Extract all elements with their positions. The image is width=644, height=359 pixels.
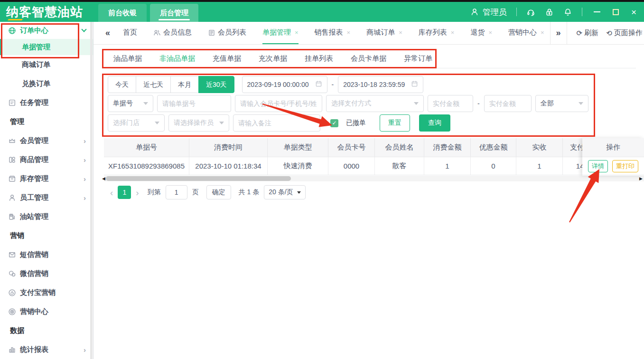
minimize-button[interactable]	[594, 11, 600, 12]
table-hscrollbar[interactable]: ◀ ▶	[104, 176, 644, 181]
col-actions: 操作	[582, 138, 644, 157]
goto-page-input[interactable]	[166, 185, 187, 199]
close-icon[interactable]: ×	[451, 29, 455, 36]
subtab-abnormal-orders[interactable]: 异常订单	[403, 49, 433, 68]
expand-tabs-icon[interactable]: »	[556, 28, 561, 38]
page-ops-button[interactable]: ⟲ 页面操作	[606, 28, 643, 38]
sidebar-item-doc-manage[interactable]: 单据管理	[0, 39, 93, 55]
status-select[interactable]: 全部	[535, 95, 588, 112]
goto-confirm-button[interactable]: 确定	[206, 185, 231, 199]
prev-page-icon[interactable]: ‹	[110, 188, 113, 197]
page-ops-icon: ⟲	[606, 29, 612, 38]
tab-member-info[interactable]: 会员信息	[153, 22, 192, 44]
operator-placeholder: 请选择操作员	[174, 119, 214, 127]
sidebar-item-order-center[interactable]: 订单中心	[0, 22, 93, 39]
goto-prefix: 到第	[148, 188, 161, 197]
sidebar-item-member-manage[interactable]: 会员管理 ›	[0, 131, 93, 150]
remark-input[interactable]	[233, 114, 320, 132]
doc-no-input[interactable]	[157, 95, 231, 112]
subtab-non-oil-docs[interactable]: 非油品单据	[159, 49, 196, 68]
tab-label: 库存列表	[419, 28, 447, 37]
search-button[interactable]: 查询	[419, 114, 450, 132]
sidebar-item-exchange-orders[interactable]: 兑换订单	[0, 74, 93, 93]
range-today-button[interactable]: 今天	[108, 76, 136, 93]
scroll-right-icon[interactable]: ▶	[639, 176, 643, 181]
close-icon[interactable]: ×	[399, 29, 402, 36]
support-headset-icon[interactable]	[526, 8, 535, 17]
subtab-member-card-docs[interactable]: 会员卡单据	[350, 49, 387, 68]
status-value: 全部	[541, 99, 554, 108]
range-7days-button[interactable]: 近七天	[136, 76, 171, 93]
sidebar-item-label: 统计报表	[20, 345, 48, 354]
sidebar-item-staff-manage[interactable]: 员工管理 ›	[0, 188, 93, 207]
app-logo: 纳客智慧油站	[6, 4, 83, 20]
cell-received: 1	[516, 157, 563, 175]
list-icon	[208, 29, 215, 37]
detail-button[interactable]: 详情	[588, 160, 608, 172]
sidebar-item-station-manage[interactable]: 油站管理	[0, 207, 93, 226]
close-icon[interactable]: ×	[347, 29, 351, 36]
sidebar-item-wechat-marketing[interactable]: 微信营销	[0, 264, 93, 283]
reprint-button[interactable]: 重打印	[612, 160, 638, 172]
user-menu[interactable]: 管理员	[470, 7, 507, 18]
sidebar-item-label: 支付宝营销	[20, 288, 56, 297]
amount-max-input[interactable]	[484, 95, 532, 112]
sidebar-item-mall-orders[interactable]: 商城订单	[0, 55, 93, 74]
page-size-select[interactable]: 20 条/页	[264, 185, 305, 199]
hscroll-thumb[interactable]	[106, 176, 291, 181]
pagination: ‹ 1 › 到第 页 确定 共 1 条 20 条/页	[110, 184, 306, 200]
close-button[interactable]: ×	[631, 8, 636, 17]
sidebar-item-goods-manage[interactable]: 商品管理 ›	[0, 150, 93, 169]
range-month-button[interactable]: 本月	[170, 76, 199, 93]
subtab-times-docs[interactable]: 充次单据	[258, 49, 288, 68]
close-icon[interactable]: ×	[541, 29, 544, 36]
scroll-left-icon[interactable]: ◀	[102, 176, 105, 181]
sidebar-item-sms-marketing[interactable]: 短信营销	[0, 245, 93, 264]
table-row[interactable]: XF16531089293869085 2023-10-10 01:18:34 …	[104, 157, 644, 175]
sidebar-item-marketing-center[interactable]: 营销中心	[0, 302, 93, 321]
lock-icon[interactable]	[545, 8, 554, 17]
sidebar-item-task-manage[interactable]: 任务管理	[0, 93, 93, 112]
app-logo-text: 纳客智慧油站	[6, 5, 83, 19]
next-page-icon[interactable]: ›	[136, 188, 139, 197]
tab-sales-report[interactable]: 销售报表×	[315, 22, 351, 44]
tab-stock-list[interactable]: 库存列表×	[419, 22, 455, 44]
tab-doc-manage[interactable]: 单据管理×	[262, 22, 299, 44]
reset-button[interactable]: 重置	[380, 114, 410, 132]
cancelled-checkbox[interactable]: ✓	[330, 119, 338, 127]
sidebar-scrollbar[interactable]	[90, 22, 93, 359]
subtab-pending-list[interactable]: 挂单列表	[304, 49, 334, 68]
close-icon[interactable]: ×	[295, 29, 299, 36]
amount-min-input[interactable]	[428, 95, 473, 112]
cell-member-name: 散客	[375, 157, 424, 175]
page-1-button[interactable]: 1	[118, 186, 131, 199]
pay-method-select[interactable]: 选择支付方式	[326, 95, 424, 112]
tab-mall-orders[interactable]: 商城订单×	[366, 22, 402, 44]
date-start-input[interactable]: 2023-09-19 00:00:00	[242, 76, 327, 93]
range-30days-button[interactable]: 近30天	[198, 76, 234, 93]
nav-front-cashier[interactable]: 前台收银	[98, 4, 147, 22]
cell-type: 快速消费	[268, 157, 328, 175]
tab-label: 退货	[470, 28, 485, 37]
operator-select[interactable]: 请选择操作员	[168, 114, 229, 132]
tab-label: 首页	[123, 28, 137, 37]
maximize-button[interactable]	[613, 9, 619, 15]
sidebar-item-alipay-marketing[interactable]: 支付宝营销	[0, 283, 93, 302]
tab-marketing-center[interactable]: 营销中心×	[508, 22, 544, 44]
tab-member-list[interactable]: 会员列表	[208, 22, 246, 44]
store-select[interactable]: 选择门店	[108, 114, 165, 132]
member-search-input[interactable]	[235, 95, 322, 112]
collapse-tabs-icon[interactable]: «	[105, 28, 110, 38]
notification-bell-icon[interactable]	[563, 8, 572, 17]
doc-no-type-select[interactable]: 单据号	[108, 95, 153, 112]
subtab-oil-docs[interactable]: 油品单据	[112, 49, 143, 68]
date-end-input[interactable]: 2023-10-18 23:59:59	[338, 76, 423, 93]
tab-home[interactable]: 首页	[123, 22, 137, 44]
sidebar-item-stat-reports[interactable]: 统计报表 ›	[0, 340, 93, 359]
sidebar-item-stock-manage[interactable]: 库存管理 ›	[0, 169, 93, 188]
close-icon[interactable]: ×	[488, 29, 492, 36]
nav-back-admin[interactable]: 后台管理	[150, 4, 198, 22]
subtab-recharge-docs[interactable]: 充值单据	[212, 49, 242, 68]
refresh-button[interactable]: ⟳ 刷新	[577, 28, 599, 38]
tab-returns[interactable]: 退货×	[470, 22, 492, 44]
